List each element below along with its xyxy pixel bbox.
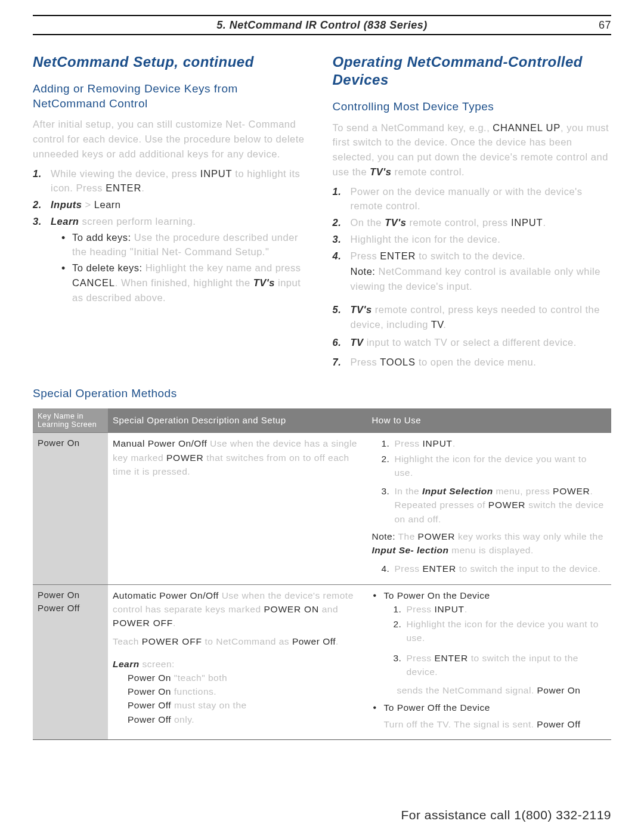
text: Press (394, 563, 422, 574)
key-power: POWER (418, 531, 456, 541)
right-column: Operating NetCommand-Controlled Devices … (333, 53, 612, 371)
key-power-off: POWER OFF (113, 618, 173, 628)
left-section-title: NetCommand Setup, continued (33, 53, 312, 71)
right-section-title: Operating NetCommand-Controlled Devices (333, 53, 612, 89)
text: Press (406, 604, 434, 614)
chapter-title: 5. NetCommand IR Control (838 Series) (216, 19, 428, 32)
text: To Power On the Device (383, 590, 490, 600)
key-enter: ENTER (422, 563, 456, 574)
text: Turn off the TV. The signal is sent. (383, 719, 534, 729)
key-power-off: POWER OFF (142, 636, 202, 646)
label-learn: Learn (51, 216, 79, 227)
list-item: To Power On the Device 1.Press INPUT. 2.… (373, 589, 606, 698)
table-row: Power On Manual Power On/Off Use when th… (33, 433, 611, 584)
footer-assistance: For assistance call 1(800) 332-2119 (401, 808, 611, 822)
text: Power On (38, 589, 103, 602)
cell-how: 1.Press INPUT. 2.Highlight the icon for … (367, 433, 611, 584)
text: "teach" both (171, 673, 227, 683)
right-intro: To send a NetCommand key, e.g., CHANNEL … (333, 120, 612, 179)
cell-desc: Manual Power On/Off Use when the device … (108, 433, 367, 584)
list-item: To Power Off the Device Turn off the TV.… (373, 701, 606, 731)
key-power-on: POWER ON (264, 604, 319, 614)
text: Highlight the key name and press (143, 262, 301, 273)
text: screen: (140, 659, 175, 669)
text: Power Off (292, 636, 336, 646)
text: only. (171, 714, 194, 724)
text: Highlight the icon for the device you wa… (406, 619, 598, 643)
key-power: POWER (488, 500, 526, 510)
right-step-3: 3.Highlight the icon for the device. (333, 232, 612, 247)
text: . (336, 636, 339, 646)
label-tv: TV (431, 319, 444, 330)
key-input: INPUT (200, 168, 233, 179)
text: Power On (537, 685, 581, 695)
text: input to watch TV or select a different … (364, 337, 577, 348)
key-tools: TOOLS (380, 357, 416, 367)
label-tv: TV (351, 337, 364, 348)
text: Automatic Power On/Off (113, 590, 219, 600)
key-cancel: CANCEL (72, 277, 115, 288)
right-step-4: 4.Press ENTER to switch to the device. N… (333, 249, 612, 294)
text: Power on the device manually or with the… (351, 186, 583, 212)
label-input-selection: Input Selection (422, 486, 493, 496)
text: Highlight the icon for the device. (351, 234, 501, 244)
th-how: How to Use (367, 408, 611, 433)
text: sends the NetCommand signal. (397, 685, 534, 695)
text: Power On (128, 673, 171, 683)
text: menu, press (493, 486, 553, 496)
text: . (543, 217, 546, 228)
text: Power Off (38, 602, 103, 615)
text: and (319, 604, 338, 614)
left-step-1: 1. While viewing the device, press INPUT… (33, 166, 312, 196)
text: To add keys: (72, 232, 131, 243)
text: Press (406, 653, 434, 663)
label-inputs: Inputs (51, 199, 82, 210)
text: . (443, 319, 446, 330)
left-subsection-title: Adding or Removing Device Keys from NetC… (33, 82, 312, 111)
label-tvs: TV's (370, 166, 391, 177)
left-intro-text: After initial setup, you can still custo… (33, 119, 305, 159)
special-methods-heading: Special Operation Methods (33, 386, 611, 401)
text: To delete keys: (72, 262, 143, 273)
right-steps: 1.Power on the device manually or with t… (333, 184, 612, 370)
text: key works this way only while the (455, 531, 603, 541)
left-step-2: 2. Inputs > Learn (33, 197, 312, 212)
th-key-name: Key Name in Learning Screen (33, 408, 108, 433)
text: Power Off (128, 700, 171, 710)
key-enter: ENTER (434, 653, 468, 663)
text: . (465, 604, 467, 614)
left-step3-bullets: To add keys: Use the procedure described… (51, 230, 312, 305)
table-row: Power On Power Off Automatic Power On/Of… (33, 584, 611, 739)
text: . When finished, highlight the (115, 277, 253, 288)
label-tvs: TV's (385, 217, 406, 228)
right-step-6: 6.TV input to watch TV or select a diffe… (333, 335, 612, 350)
text: While viewing the device, press (51, 168, 200, 179)
two-column-layout: NetCommand Setup, continued Adding or Re… (33, 53, 611, 371)
right-step-5: 5.TV's remote control, press keys needed… (333, 302, 612, 332)
text: screen perform learning. (79, 216, 196, 227)
label-note: Note: (371, 531, 395, 541)
text: remote control, press (406, 217, 511, 228)
cell-desc: Automatic Power On/Off Use when the devi… (108, 584, 367, 739)
label-tvs: TV's (253, 277, 275, 288)
text: Power Off (128, 714, 171, 724)
left-column: NetCommand Setup, continued Adding or Re… (33, 53, 312, 371)
bullet-add: To add keys: Use the procedure described… (64, 230, 312, 260)
th-desc: Special Operation Description and Setup (108, 408, 367, 433)
text: Power On (128, 686, 171, 696)
text: Highlight the icon for the device you wa… (394, 454, 586, 478)
label-learn: Learn (94, 199, 121, 210)
text: Power Off (537, 719, 580, 729)
text: must stay on the (171, 700, 247, 710)
page-header: 5. NetCommand IR Control (838 Series) 67 (33, 15, 611, 35)
text: remote control. (391, 166, 465, 177)
cell-key: Power On Power Off (33, 584, 108, 739)
text: Press (351, 357, 380, 367)
label-learn: Learn (113, 659, 140, 669)
text: Manual Power On/Off (113, 438, 207, 448)
text: In the (394, 486, 422, 496)
right-step-2: 2.On the TV's remote control, press INPU… (333, 215, 612, 230)
text: remote control, press keys needed to con… (351, 304, 600, 330)
key-enter: ENTER (106, 182, 141, 193)
text: Press (351, 250, 380, 261)
